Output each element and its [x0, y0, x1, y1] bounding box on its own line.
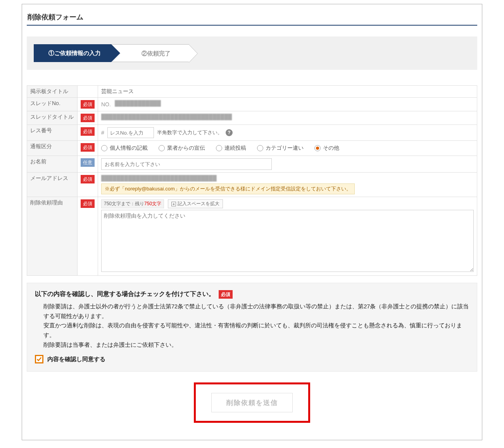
res-no-hash: # [101, 130, 104, 136]
request-form-table: 掲示板タイトル 芸能ニュース スレッドNo. 必須 NO. ██████████… [27, 85, 477, 276]
expand-textarea-button[interactable]: +記入スペースを拡大 [168, 199, 223, 208]
label-thread-no: スレッドNo. [27, 98, 78, 111]
required-badge: 必須 [81, 127, 95, 136]
char-counter: 750文字まで：残り750文字 [101, 199, 164, 208]
label-report-type: 通報区分 [27, 141, 78, 156]
label-thread-title: スレッドタイトル [27, 111, 78, 125]
progress-steps: ①ご依頼情報の入力 ②依頼完了 [27, 36, 477, 70]
thread-no-prefix: NO. [101, 101, 111, 107]
step-1-active: ①ご依頼情報の入力 [34, 44, 111, 62]
checkbox-icon [35, 355, 43, 363]
label-reason: 削除依頼理由 [27, 197, 78, 276]
submit-highlight-frame: 削除依頼を送信 [194, 382, 310, 423]
consent-body: 削除要請は、弁護士以外の者が行うと弁護士法第72条で禁止している（非弁護士の法律… [35, 299, 469, 355]
email-domain-note: ※必ず「noreply@bakusai.com」からのメールを受信できる様にドメ… [101, 183, 355, 194]
report-type-radio-group: 個人情報の記載 業者からの宣伝 連続投稿 カテゴリー違い その他 [101, 143, 474, 153]
step-2: ②依頼完了 [111, 44, 189, 62]
name-input[interactable] [101, 158, 272, 170]
radio-option-0[interactable]: 個人情報の記載 [101, 145, 148, 152]
thread-title-value: ██████████████████████████████████ [101, 114, 303, 121]
optional-badge: 任意 [81, 158, 95, 167]
required-badge: 必須 [81, 114, 95, 122]
label-res-no: レス番号 [27, 125, 78, 141]
required-badge: 必須 [81, 175, 95, 183]
value-board-title: 芸能ニュース [98, 86, 477, 98]
page-title: 削除依頼フォーム [27, 10, 477, 26]
required-badge: 必須 [81, 100, 95, 109]
reason-textarea[interactable] [101, 210, 474, 272]
radio-option-2[interactable]: 連続投稿 [216, 145, 246, 152]
submit-button[interactable]: 削除依頼を送信 [211, 393, 293, 412]
required-badge: 必須 [81, 143, 95, 152]
consent-title: 以下の内容を確認し、同意する場合はチェックを付けて下さい。 必須 [35, 290, 469, 299]
thread-no-value: ████████████ [115, 100, 173, 109]
radio-option-4[interactable]: その他 [314, 145, 339, 152]
radio-option-3[interactable]: カテゴリー違い [257, 145, 304, 152]
label-email: メールアドレス [27, 173, 78, 197]
label-board-title: 掲示板タイトル [27, 86, 78, 98]
help-icon[interactable]: ? [226, 129, 233, 136]
plus-icon: + [171, 202, 176, 206]
res-no-input[interactable] [107, 127, 154, 138]
required-badge: 必須 [81, 199, 95, 208]
label-name: お名前 [27, 156, 78, 173]
consent-box: 以下の内容を確認し、同意する場合はチェックを付けて下さい。 必須 削除要請は、弁… [27, 283, 477, 372]
res-no-hint: 半角数字で入力して下さい。 [157, 129, 223, 136]
consent-checkbox[interactable]: 内容を確認し同意する [35, 355, 469, 363]
required-badge: 必須 [219, 290, 233, 299]
email-value: ██████████████████████████████ [101, 175, 287, 182]
radio-option-1[interactable]: 業者からの宣伝 [159, 145, 205, 152]
